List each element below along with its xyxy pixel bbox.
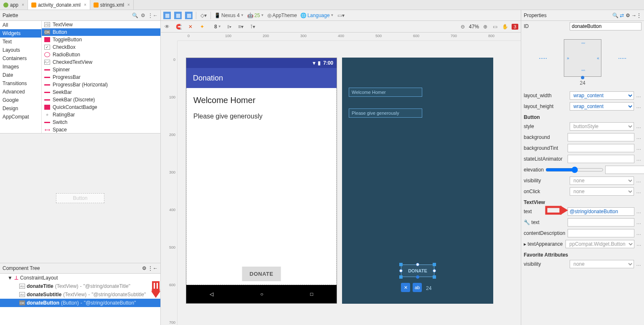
resize-handle-bl[interactable] (399, 275, 403, 279)
constraint-bottom-dot[interactable] (581, 76, 584, 79)
magnet-icon[interactable]: 🧲 (175, 23, 183, 30)
constraint-widget[interactable]: ˅˅˅ ˄˄˄ ››› ‹‹‹ 24 (521, 39, 644, 90)
blueprint-preview[interactable]: Welcome Homer Please give generously DON… (342, 58, 493, 304)
baseline-icon[interactable]: ab (413, 283, 422, 292)
more-icon[interactable]: … (636, 209, 641, 214)
more-icon[interactable]: … (636, 123, 641, 129)
gear-icon[interactable]: ⚙ (626, 13, 630, 18)
more-icon[interactable]: … (636, 189, 641, 194)
palette-seekbar[interactable]: SeekBar (42, 88, 160, 96)
constraint-handle-left[interactable] (399, 269, 403, 272)
fav-visibility-select[interactable]: none (570, 260, 634, 268)
constraint-handle-bottom[interactable] (416, 275, 419, 279)
tree-root[interactable]: ▼ ⊥ ConstraintLayout (0, 274, 160, 282)
tree-donate-subtitle[interactable]: Ab donateSubtitle (TextView) - "@string/… (0, 290, 160, 299)
style-select[interactable]: buttonStyle (570, 122, 634, 131)
prop-id-input[interactable] (570, 22, 641, 30)
palette-button[interactable]: OKButton (42, 28, 160, 36)
language-selector[interactable]: 🌐Language▼ (300, 13, 334, 18)
cat-google[interactable]: Google (0, 96, 41, 104)
pan-icon[interactable]: ✋ (502, 23, 509, 30)
toggle-view-icon[interactable]: ⇄ (620, 13, 624, 18)
device-selector[interactable]: 📱Nexus 4▼ (214, 13, 244, 18)
backgroundtint-input[interactable] (568, 144, 634, 152)
cat-text[interactable]: Text (0, 38, 41, 46)
infer-constraints-icon[interactable]: ✦ (198, 23, 206, 30)
orientation-icon[interactable]: ◇▾ (200, 12, 207, 19)
preview-title[interactable]: Welcome Homer (193, 96, 330, 105)
search-icon[interactable]: 🔍 (612, 13, 619, 18)
blueprint-subtitle[interactable]: Please give generously (349, 108, 422, 118)
more-icon[interactable]: … (636, 156, 641, 162)
cat-images[interactable]: Images (0, 63, 41, 71)
gear-icon[interactable]: ⚙ (141, 13, 145, 18)
gear-icon[interactable]: ⚙ (142, 265, 147, 271)
cat-transitions[interactable]: Transitions (0, 79, 41, 88)
constraint-handle-right[interactable] (433, 269, 436, 272)
palette-progressbar-h[interactable]: ProgressBar (Horizontal) (42, 81, 160, 88)
close-icon[interactable]: × (84, 3, 86, 7)
statelistanimator-input[interactable] (568, 155, 634, 163)
more-icon[interactable]: … (636, 178, 641, 184)
theme-selector[interactable]: ◎AppTheme (267, 13, 297, 18)
cat-all[interactable]: All (0, 21, 41, 29)
resize-handle-tl[interactable] (399, 263, 403, 266)
cat-appcompat[interactable]: AppCompat (0, 113, 41, 121)
design-mode-icon[interactable]: ▦ (163, 12, 171, 19)
design-canvas[interactable]: 0 100 200 300 400 500 600 700 800 0 100 … (161, 33, 521, 325)
guideline-icon[interactable]: ⊺▾ (249, 23, 256, 30)
more-icon[interactable]: … (636, 261, 641, 267)
palette-checkbox[interactable]: ✓CheckBox (42, 43, 160, 51)
collapse-icon[interactable]: →⋮ (631, 13, 641, 18)
more-icon[interactable]: … (636, 219, 641, 225)
contentdescription-input[interactable] (568, 229, 634, 237)
constraint-handle-top[interactable] (416, 263, 419, 266)
collapse-icon[interactable]: ⋮← (148, 265, 158, 271)
palette-checkedtextview[interactable]: A✓CheckedTextView (42, 58, 160, 66)
error-badge[interactable]: 3 (512, 24, 518, 30)
more-icon[interactable]: … (636, 93, 641, 98)
textappearance-select[interactable]: ppCompat.Widget.Button (565, 240, 634, 248)
tab-app[interactable]: app × (0, 0, 28, 10)
palette-quickcontact[interactable]: QuickContactBadge (42, 103, 160, 111)
text2-input[interactable] (568, 218, 634, 227)
more-icon[interactable]: … (636, 241, 641, 247)
preview-subtitle[interactable]: Please give generously (193, 113, 330, 120)
api-selector[interactable]: 🤖25▼ (247, 13, 264, 18)
resize-handle-tr[interactable] (433, 263, 436, 266)
resize-handle-br[interactable] (433, 275, 436, 279)
preview-donate-button[interactable]: DONATE (242, 267, 281, 281)
collapse-icon[interactable]: ⋮← (148, 13, 158, 18)
cat-date[interactable]: Date (0, 71, 41, 79)
elevation-input[interactable] (605, 166, 644, 174)
palette-spinner[interactable]: Spinner (42, 66, 160, 73)
more-icon[interactable]: … (636, 145, 641, 151)
palette-progressbar[interactable]: ProgressBar (42, 73, 160, 81)
palette-switch[interactable]: Switch (42, 118, 160, 126)
tab-strings[interactable]: strings.xml × (90, 0, 134, 10)
design-preview[interactable]: ▾ ▮ 7:00 Donation Welcome Homer Please g… (186, 58, 337, 304)
palette-space[interactable]: ⟷Space (42, 126, 160, 133)
align-icon[interactable]: ≡▾ (237, 23, 245, 30)
blueprint-title[interactable]: Welcome Homer (349, 88, 422, 97)
blueprint-mode-icon[interactable]: ▦ (174, 12, 182, 19)
palette-textview[interactable]: AbTextView (42, 21, 160, 28)
fit-icon[interactable]: ▭ (492, 23, 499, 30)
close-icon[interactable]: × (22, 3, 24, 7)
expand-icon[interactable]: ▼ (8, 275, 13, 281)
cat-design[interactable]: Design (0, 104, 41, 113)
onclick-select[interactable]: none (570, 187, 634, 196)
tree-donate-title[interactable]: Ab donateTitle (TextView) - "@string/don… (0, 282, 160, 290)
elevation-slider[interactable] (545, 166, 603, 174)
text-input[interactable] (568, 207, 634, 216)
cat-layouts[interactable]: Layouts (0, 46, 41, 54)
zoom-out-icon[interactable]: ⊖ (459, 23, 467, 30)
cat-widgets[interactable]: Widgets (0, 29, 41, 38)
variants-icon[interactable]: ▭▾ (337, 12, 345, 19)
both-mode-icon[interactable]: ▦ (185, 12, 193, 19)
visibility-select[interactable]: none (570, 176, 634, 185)
palette-radiobutton[interactable]: RadioButton (42, 51, 160, 58)
tree-donate-button[interactable]: OK donateButton (Button) - "@string/dona… (0, 299, 160, 307)
palette-togglebutton[interactable]: ToggleButton (42, 36, 160, 43)
search-icon[interactable]: 🔍 (132, 13, 138, 18)
